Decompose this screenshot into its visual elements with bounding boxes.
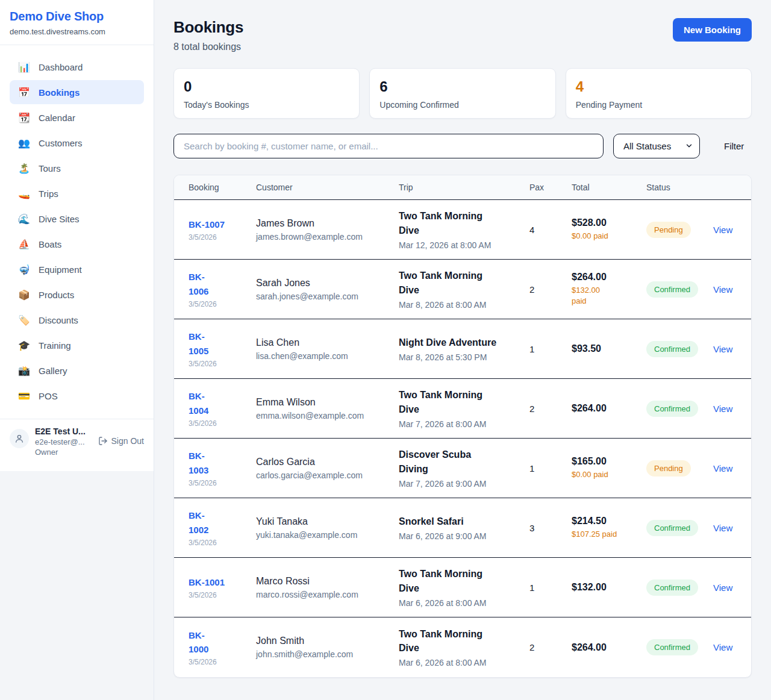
actions-cell: View bbox=[713, 634, 751, 661]
sidebar-item-label: Dashboard bbox=[39, 62, 83, 72]
actions-cell: View bbox=[713, 455, 751, 482]
status-badge: Confirmed bbox=[646, 341, 698, 357]
column-header-pax: Pax bbox=[529, 175, 572, 199]
equipment-icon: 🤿 bbox=[18, 264, 30, 275]
view-link[interactable]: View bbox=[713, 583, 745, 593]
booking-cell: BK-10013/5/2026 bbox=[189, 567, 256, 608]
stat-label: Upcoming Confirmed bbox=[379, 100, 545, 110]
amount-paid: $0.00 paid bbox=[572, 231, 640, 242]
trips-icon: 🚤 bbox=[18, 188, 30, 199]
sidebar-item-pos[interactable]: 💳POS bbox=[10, 384, 144, 408]
trip-datetime: Mar 7, 2026 at 9:00 AM bbox=[399, 479, 523, 489]
bookings-icon: 📅 bbox=[18, 87, 30, 98]
sidebar-item-equipment[interactable]: 🤿Equipment bbox=[10, 257, 144, 281]
view-link[interactable]: View bbox=[713, 344, 745, 354]
sidebar-item-bookings[interactable]: 📅Bookings bbox=[10, 80, 144, 104]
total-amount: $165.00 bbox=[572, 456, 640, 467]
sidebar-nav: 📊Dashboard📅Bookings📆Calendar👥Customers🏝️… bbox=[0, 45, 154, 415]
sidebar-item-label: Boats bbox=[39, 239, 61, 249]
status-cell: Pending bbox=[646, 452, 713, 485]
stat-card-pending-payment: 4 Pending Payment bbox=[566, 68, 752, 119]
status-cell: Pending bbox=[646, 213, 713, 246]
trip-cell: Two Tank Morning DiveMar 7, 2026 at 8:00… bbox=[399, 380, 529, 437]
search-input[interactable] bbox=[173, 134, 604, 158]
sidebar-item-training[interactable]: 🎓Training bbox=[10, 333, 144, 357]
trip-cell: Night Dive AdventureMar 8, 2026 at 5:30 … bbox=[399, 327, 529, 370]
table-row: BK- 10043/5/2026Emma Wilsonemma.wilson@e… bbox=[174, 379, 751, 439]
booking-number-link[interactable]: BK- 1004 bbox=[189, 389, 250, 417]
sidebar-item-products[interactable]: 📦Products bbox=[10, 283, 144, 307]
pos-icon: 💳 bbox=[18, 390, 30, 402]
actions-cell: View bbox=[713, 395, 751, 422]
sidebar: Demo Dive Shop demo.test.divestreams.com… bbox=[0, 0, 154, 700]
booking-number-link[interactable]: BK- 1002 bbox=[189, 508, 250, 537]
user-name: E2E Test U... bbox=[35, 427, 92, 436]
booking-cell: BK- 10043/5/2026 bbox=[189, 381, 256, 436]
total-cell: $264.00 bbox=[572, 634, 646, 661]
sidebar-item-tours[interactable]: 🏝️Tours bbox=[10, 156, 144, 180]
column-header-booking: Booking bbox=[189, 175, 256, 199]
trip-cell: Snorkel SafariMar 6, 2026 at 9:00 AM bbox=[399, 506, 529, 549]
sidebar-item-label: Dive Sites bbox=[39, 214, 80, 224]
stat-value: 6 bbox=[379, 78, 545, 95]
page-header: Bookings 8 total bookings New Booking bbox=[173, 18, 752, 52]
customer-cell: Emma Wilsonemma.wilson@example.com bbox=[256, 389, 399, 429]
sidebar-item-boats[interactable]: ⛵Boats bbox=[10, 232, 144, 256]
total-amount: $132.00 bbox=[572, 582, 640, 593]
booking-date: 3/5/2026 bbox=[189, 658, 250, 666]
sidebar-item-trips[interactable]: 🚤Trips bbox=[10, 181, 144, 205]
status-cell: Confirmed bbox=[646, 392, 713, 425]
status-filter-select[interactable]: All Statuses bbox=[613, 134, 700, 158]
booking-number-link[interactable]: BK- 1003 bbox=[189, 449, 250, 477]
actions-cell: View bbox=[713, 574, 751, 601]
trip-datetime: Mar 7, 2026 at 8:00 AM bbox=[399, 419, 523, 429]
trip-name: Two Tank Morning Dive bbox=[399, 209, 523, 237]
booking-date: 3/5/2026 bbox=[189, 233, 250, 242]
sidebar-item-dashboard[interactable]: 📊Dashboard bbox=[10, 55, 144, 79]
status-select-wrap: All Statuses bbox=[613, 134, 700, 158]
view-link[interactable]: View bbox=[713, 225, 745, 235]
dive-sites-icon: 🌊 bbox=[18, 213, 30, 225]
booking-number-link[interactable]: BK- 1000 bbox=[189, 628, 250, 657]
view-link[interactable]: View bbox=[713, 284, 745, 295]
page: Demo Dive Shop demo.test.divestreams.com… bbox=[0, 0, 771, 700]
sidebar-item-label: Bookings bbox=[39, 87, 80, 98]
dashboard-icon: 📊 bbox=[18, 61, 30, 73]
sidebar-item-dive-sites[interactable]: 🌊Dive Sites bbox=[10, 207, 144, 231]
customer-name: Lisa Chen bbox=[256, 337, 393, 348]
sidebar-panel: Demo Dive Shop demo.test.divestreams.com… bbox=[0, 0, 154, 471]
actions-cell: View bbox=[713, 276, 751, 303]
customer-email: james.brown@example.com bbox=[256, 232, 393, 242]
customer-cell: Marco Rossimarco.rossi@example.com bbox=[256, 567, 399, 608]
status-cell: Confirmed bbox=[646, 273, 713, 306]
sidebar-item-gallery[interactable]: 📸Gallery bbox=[10, 358, 144, 383]
brand-block: Demo Dive Shop demo.test.divestreams.com bbox=[0, 0, 154, 45]
booking-number-link[interactable]: BK- 1006 bbox=[189, 270, 250, 298]
sign-out-label: Sign Out bbox=[111, 436, 144, 446]
sidebar-item-customers[interactable]: 👥Customers bbox=[10, 131, 144, 155]
view-link[interactable]: View bbox=[713, 523, 745, 533]
customer-cell: Lisa Chenlisa.chen@example.com bbox=[256, 329, 399, 369]
column-header-customer: Customer bbox=[256, 175, 399, 199]
booking-number-link[interactable]: BK- 1005 bbox=[189, 330, 250, 358]
new-booking-button[interactable]: New Booking bbox=[673, 18, 752, 42]
view-link[interactable]: View bbox=[713, 642, 745, 652]
table-header-row: BookingCustomerTripPaxTotalStatus bbox=[174, 175, 751, 200]
booking-number-link[interactable]: BK-1001 bbox=[189, 575, 250, 589]
trip-name: Snorkel Safari bbox=[399, 514, 523, 528]
booking-number-link[interactable]: BK-1007 bbox=[189, 217, 250, 231]
column-header-total: Total bbox=[572, 175, 646, 199]
total-cell: $264.00$132.00 paid bbox=[572, 263, 646, 315]
sign-out-button[interactable]: Sign Out bbox=[98, 436, 144, 446]
trip-cell: Two Tank Morning DiveMar 12, 2026 at 8:0… bbox=[399, 201, 529, 258]
sidebar-item-discounts[interactable]: 🏷️Discounts bbox=[10, 308, 144, 332]
view-link[interactable]: View bbox=[713, 404, 745, 414]
filter-button[interactable]: Filter bbox=[720, 136, 748, 156]
column-header-actions bbox=[713, 175, 751, 199]
customer-name: Carlos Garcia bbox=[256, 457, 393, 467]
stat-value: 0 bbox=[184, 78, 349, 95]
view-link[interactable]: View bbox=[713, 463, 745, 473]
sidebar-item-calendar[interactable]: 📆Calendar bbox=[10, 105, 144, 130]
status-badge: Confirmed bbox=[646, 401, 698, 417]
status-badge: Confirmed bbox=[646, 520, 698, 536]
